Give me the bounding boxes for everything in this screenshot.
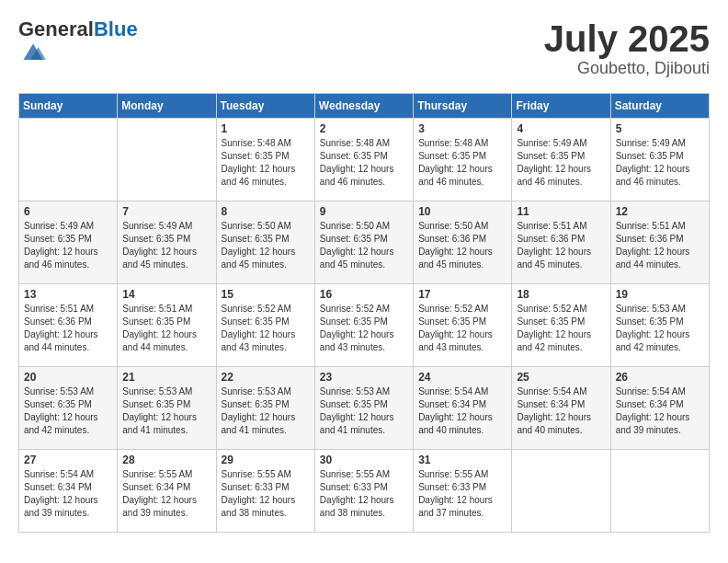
calendar-day-cell: [610, 450, 709, 533]
day-info: Sunrise: 5:48 AM Sunset: 6:35 PM Dayligh…: [320, 137, 408, 189]
daylight-text: Daylight: 12 hours and 38 minutes.: [222, 495, 296, 518]
weekday-header-row: SundayMondayTuesdayWednesdayThursdayFrid…: [19, 94, 710, 119]
sunrise-text: Sunrise: 5:50 AM: [418, 221, 488, 231]
logo: GeneralBlue: [18, 18, 138, 70]
day-number: 23: [320, 371, 408, 384]
sunrise-text: Sunrise: 5:52 AM: [222, 304, 291, 314]
sunrise-text: Sunrise: 5:54 AM: [616, 386, 686, 396]
day-info: Sunrise: 5:52 AM Sunset: 6:35 PM Dayligh…: [418, 303, 506, 354]
sunset-text: Sunset: 6:35 PM: [122, 399, 190, 409]
calendar-day-cell: 22 Sunrise: 5:53 AM Sunset: 6:35 PM Dayl…: [216, 367, 314, 450]
day-number: 19: [616, 288, 704, 301]
sunset-text: Sunset: 6:36 PM: [517, 234, 585, 244]
day-info: Sunrise: 5:52 AM Sunset: 6:35 PM Dayligh…: [517, 303, 605, 354]
daylight-text: Daylight: 12 hours and 45 minutes.: [320, 247, 394, 270]
sunset-text: Sunset: 6:35 PM: [418, 316, 486, 327]
sunrise-text: Sunrise: 5:49 AM: [24, 221, 94, 231]
day-info: Sunrise: 5:52 AM Sunset: 6:35 PM Dayligh…: [222, 303, 310, 354]
calendar-day-cell: 30 Sunrise: 5:55 AM Sunset: 6:33 PM Dayl…: [314, 450, 413, 533]
sunset-text: Sunset: 6:35 PM: [222, 151, 290, 161]
day-number: 1: [222, 122, 310, 135]
daylight-text: Daylight: 12 hours and 46 minutes.: [517, 164, 591, 187]
sunrise-text: Sunrise: 5:53 AM: [24, 386, 94, 396]
sunrise-text: Sunrise: 5:53 AM: [122, 386, 192, 396]
weekday-header-cell: Sunday: [19, 94, 118, 119]
day-number: 5: [616, 122, 704, 135]
weekday-header-cell: Monday: [118, 94, 216, 119]
sunset-text: Sunset: 6:35 PM: [122, 316, 190, 327]
day-info: Sunrise: 5:49 AM Sunset: 6:35 PM Dayligh…: [24, 220, 112, 271]
sunset-text: Sunset: 6:35 PM: [320, 151, 388, 161]
day-info: Sunrise: 5:54 AM Sunset: 6:34 PM Dayligh…: [517, 385, 605, 437]
calendar-day-cell: 24 Sunrise: 5:54 AM Sunset: 6:34 PM Dayl…: [414, 367, 512, 450]
calendar-day-cell: 19 Sunrise: 5:53 AM Sunset: 6:35 PM Dayl…: [610, 284, 709, 367]
daylight-text: Daylight: 12 hours and 45 minutes.: [517, 247, 591, 270]
calendar-day-cell: 7 Sunrise: 5:49 AM Sunset: 6:35 PM Dayli…: [118, 201, 216, 284]
calendar-day-cell: 18 Sunrise: 5:52 AM Sunset: 6:35 PM Dayl…: [512, 284, 610, 367]
day-info: Sunrise: 5:49 AM Sunset: 6:35 PM Dayligh…: [517, 137, 605, 189]
sunrise-text: Sunrise: 5:55 AM: [320, 469, 390, 479]
day-number: 27: [24, 454, 112, 466]
sunset-text: Sunset: 6:35 PM: [222, 316, 290, 327]
sunset-text: Sunset: 6:35 PM: [517, 316, 585, 327]
daylight-text: Daylight: 12 hours and 37 minutes.: [418, 495, 493, 518]
day-info: Sunrise: 5:51 AM Sunset: 6:36 PM Dayligh…: [517, 220, 605, 271]
calendar-day-cell: [512, 450, 610, 533]
sunrise-text: Sunrise: 5:49 AM: [122, 221, 192, 231]
sunset-text: Sunset: 6:34 PM: [616, 399, 684, 409]
day-number: 11: [517, 205, 605, 218]
daylight-text: Daylight: 12 hours and 44 minutes.: [122, 329, 197, 352]
daylight-text: Daylight: 12 hours and 44 minutes.: [616, 247, 690, 270]
sunrise-text: Sunrise: 5:54 AM: [24, 469, 94, 479]
calendar-week-row: 1 Sunrise: 5:48 AM Sunset: 6:35 PM Dayli…: [19, 119, 710, 201]
daylight-text: Daylight: 12 hours and 42 minutes.: [517, 329, 591, 352]
daylight-text: Daylight: 12 hours and 38 minutes.: [320, 495, 394, 518]
day-number: 15: [222, 288, 310, 301]
day-number: 13: [24, 288, 112, 301]
sunrise-text: Sunrise: 5:50 AM: [320, 221, 390, 231]
sunrise-text: Sunrise: 5:53 AM: [222, 386, 291, 396]
daylight-text: Daylight: 12 hours and 40 minutes.: [418, 412, 493, 435]
calendar-day-cell: 26 Sunrise: 5:54 AM Sunset: 6:34 PM Dayl…: [610, 367, 709, 450]
day-info: Sunrise: 5:55 AM Sunset: 6:33 PM Dayligh…: [222, 468, 310, 520]
sunrise-text: Sunrise: 5:48 AM: [418, 138, 488, 148]
calendar-day-cell: 21 Sunrise: 5:53 AM Sunset: 6:35 PM Dayl…: [118, 367, 216, 450]
calendar-day-cell: 29 Sunrise: 5:55 AM Sunset: 6:33 PM Dayl…: [216, 450, 314, 533]
day-info: Sunrise: 5:49 AM Sunset: 6:35 PM Dayligh…: [122, 220, 210, 271]
sunrise-text: Sunrise: 5:49 AM: [517, 138, 586, 148]
page-header: GeneralBlue July 2025 Goubetto, Djibouti: [18, 18, 710, 78]
logo-icon: [20, 40, 46, 66]
day-info: Sunrise: 5:53 AM Sunset: 6:35 PM Dayligh…: [616, 303, 704, 354]
calendar-day-cell: 1 Sunrise: 5:48 AM Sunset: 6:35 PM Dayli…: [216, 119, 314, 201]
sunrise-text: Sunrise: 5:53 AM: [320, 386, 390, 396]
sunset-text: Sunset: 6:34 PM: [122, 482, 190, 492]
calendar-day-cell: 11 Sunrise: 5:51 AM Sunset: 6:36 PM Dayl…: [512, 201, 610, 284]
title-block: July 2025 Goubetto, Djibouti: [544, 18, 710, 78]
calendar-week-row: 6 Sunrise: 5:49 AM Sunset: 6:35 PM Dayli…: [19, 201, 710, 284]
sunset-text: Sunset: 6:35 PM: [222, 234, 290, 244]
daylight-text: Daylight: 12 hours and 45 minutes.: [418, 247, 493, 270]
day-number: 31: [418, 454, 506, 466]
day-info: Sunrise: 5:53 AM Sunset: 6:35 PM Dayligh…: [320, 385, 408, 437]
day-info: Sunrise: 5:54 AM Sunset: 6:34 PM Dayligh…: [24, 468, 112, 520]
day-number: 8: [222, 205, 310, 218]
day-number: 14: [122, 288, 210, 301]
calendar-table: SundayMondayTuesdayWednesdayThursdayFrid…: [18, 93, 710, 533]
calendar-day-cell: 16 Sunrise: 5:52 AM Sunset: 6:35 PM Dayl…: [314, 284, 413, 367]
sunset-text: Sunset: 6:35 PM: [320, 316, 388, 327]
sunrise-text: Sunrise: 5:54 AM: [517, 386, 586, 396]
daylight-text: Daylight: 12 hours and 41 minutes.: [122, 412, 197, 435]
daylight-text: Daylight: 12 hours and 46 minutes.: [418, 164, 493, 187]
daylight-text: Daylight: 12 hours and 45 minutes.: [222, 247, 296, 270]
day-info: Sunrise: 5:54 AM Sunset: 6:34 PM Dayligh…: [616, 385, 704, 437]
day-number: 6: [24, 205, 112, 218]
sunset-text: Sunset: 6:35 PM: [616, 316, 684, 327]
day-info: Sunrise: 5:54 AM Sunset: 6:34 PM Dayligh…: [418, 385, 506, 437]
day-number: 30: [320, 454, 408, 466]
sunset-text: Sunset: 6:35 PM: [222, 399, 290, 409]
day-info: Sunrise: 5:51 AM Sunset: 6:36 PM Dayligh…: [616, 220, 704, 271]
calendar-day-cell: 20 Sunrise: 5:53 AM Sunset: 6:35 PM Dayl…: [19, 367, 118, 450]
day-number: 12: [616, 205, 704, 218]
daylight-text: Daylight: 12 hours and 46 minutes.: [24, 247, 98, 270]
sunset-text: Sunset: 6:33 PM: [320, 482, 388, 492]
